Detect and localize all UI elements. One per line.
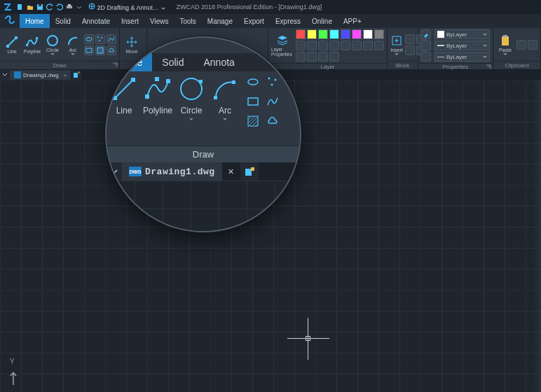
spline-icon[interactable] bbox=[265, 94, 280, 109]
chevron-down-icon[interactable] bbox=[189, 118, 193, 120]
new-icon[interactable] bbox=[17, 4, 24, 10]
paste-button[interactable]: Paste bbox=[496, 34, 514, 55]
menu-manage[interactable]: Manage bbox=[202, 14, 238, 28]
menu-home[interactable]: Home bbox=[20, 14, 50, 28]
spline-icon[interactable] bbox=[107, 34, 116, 44]
panel-block: Insert Block bbox=[388, 28, 418, 69]
workspace-selector[interactable]: 2D Drafting & Annot… bbox=[88, 3, 165, 11]
chevron-down-icon[interactable] bbox=[223, 118, 227, 120]
insert-block-button[interactable]: Insert bbox=[390, 34, 403, 55]
points-icon[interactable] bbox=[265, 74, 280, 90]
menu-annotate[interactable]: Annotate bbox=[76, 14, 116, 28]
menu-solid[interactable]: Solid bbox=[50, 14, 76, 28]
layer-misc2-icon[interactable] bbox=[307, 52, 317, 62]
block-create-icon[interactable] bbox=[405, 34, 415, 44]
save-icon[interactable] bbox=[36, 4, 43, 10]
expand-icon[interactable] bbox=[486, 64, 491, 70]
layer-match-icon[interactable] bbox=[341, 41, 350, 50]
color-combo[interactable]: ByLayer bbox=[434, 29, 490, 39]
layer-misc4-icon[interactable] bbox=[329, 52, 339, 62]
new-tab-button[interactable] bbox=[240, 162, 259, 181]
menu-insert[interactable]: Insert bbox=[116, 14, 144, 28]
ellipse-icon[interactable] bbox=[84, 34, 94, 44]
dwg-icon bbox=[14, 71, 21, 78]
layer-lock-icon[interactable] bbox=[318, 41, 328, 50]
svg-rect-21 bbox=[74, 73, 78, 78]
tool-line-label: Line bbox=[7, 49, 16, 54]
layer-misc3-icon[interactable] bbox=[318, 52, 328, 62]
layer-swatch[interactable] bbox=[318, 29, 328, 39]
tool-move[interactable]: Move bbox=[123, 36, 141, 54]
mag-doc-label: Drawing1.dwg bbox=[145, 167, 215, 177]
layer-freeze-icon[interactable] bbox=[307, 41, 317, 50]
lineweight-combo[interactable]: ByLayer bbox=[434, 41, 490, 50]
menu-express[interactable]: Express bbox=[270, 14, 306, 28]
right-edge bbox=[534, 80, 541, 392]
svg-rect-3 bbox=[67, 6, 72, 8]
mag-tab-solid[interactable]: Solid bbox=[152, 53, 193, 71]
tool-polyline[interactable]: Polyline bbox=[23, 36, 41, 54]
rectangle-icon[interactable] bbox=[245, 94, 261, 109]
layer-swatch[interactable] bbox=[374, 29, 384, 39]
linetype-combo[interactable]: ByLayer bbox=[434, 52, 490, 62]
menu-tools[interactable]: Tools bbox=[174, 14, 202, 28]
mag-tool-arc[interactable]: Arc bbox=[210, 74, 240, 120]
layer-swatch[interactable] bbox=[296, 29, 306, 39]
close-tab-icon[interactable]: × bbox=[222, 162, 240, 181]
mag-tool-circle[interactable]: Circle bbox=[177, 74, 206, 120]
svg-point-35 bbox=[271, 84, 273, 86]
qat-more-icon[interactable] bbox=[76, 4, 83, 10]
tool-arc[interactable]: Arc bbox=[64, 34, 82, 55]
layer-swatch[interactable] bbox=[341, 29, 350, 39]
layer-misc1-icon[interactable] bbox=[296, 52, 306, 62]
cloud-icon[interactable] bbox=[107, 46, 116, 55]
layer-state-icon[interactable] bbox=[363, 41, 373, 50]
open-icon[interactable] bbox=[27, 4, 34, 10]
cloud-icon[interactable] bbox=[265, 113, 280, 129]
cut-icon[interactable] bbox=[516, 40, 526, 50]
svg-point-34 bbox=[275, 79, 277, 81]
hatch-icon[interactable] bbox=[245, 113, 261, 129]
tool-line[interactable]: Line bbox=[3, 36, 21, 54]
svg-point-11 bbox=[48, 36, 57, 46]
layer-swatch[interactable] bbox=[363, 29, 373, 39]
redo-icon[interactable] bbox=[56, 4, 63, 10]
hatch-icon[interactable] bbox=[95, 46, 105, 55]
match-prop-icon[interactable] bbox=[421, 29, 431, 39]
points-icon[interactable] bbox=[95, 34, 105, 44]
prop-linetype-icon[interactable] bbox=[421, 41, 431, 50]
tool-circle[interactable]: Circle bbox=[43, 34, 62, 55]
ellipse-icon[interactable] bbox=[245, 74, 261, 90]
menu-views[interactable]: Views bbox=[144, 14, 174, 28]
layer-prev-icon[interactable] bbox=[352, 41, 362, 50]
new-tab-button[interactable] bbox=[71, 70, 81, 80]
layer-swatch[interactable] bbox=[307, 29, 317, 39]
block-attr-icon[interactable] bbox=[405, 46, 415, 55]
menu-app[interactable]: APP+ bbox=[338, 14, 367, 28]
mag-tab-annotate[interactable]: Annota bbox=[194, 53, 245, 71]
print-icon[interactable] bbox=[66, 4, 73, 10]
tab-list-button[interactable] bbox=[0, 70, 10, 80]
app-menu-button[interactable] bbox=[3, 1, 14, 13]
mag-ribbon: Line Polyline Circle Arc bbox=[107, 71, 300, 146]
layer-iso-icon[interactable] bbox=[296, 41, 306, 50]
layer-walk-icon[interactable] bbox=[374, 41, 384, 50]
close-tab-icon[interactable]: × bbox=[64, 72, 67, 78]
layer-swatch[interactable] bbox=[352, 29, 362, 39]
mag-document-tab[interactable]: DWG Drawing1.dwg bbox=[122, 162, 222, 181]
undo-icon[interactable] bbox=[46, 4, 53, 10]
document-tab[interactable]: Drawing1.dwg × bbox=[10, 70, 71, 80]
copy-icon[interactable] bbox=[528, 40, 537, 50]
svg-rect-30 bbox=[214, 96, 217, 99]
app-logo[interactable] bbox=[0, 14, 20, 28]
layer-swatch[interactable] bbox=[329, 29, 339, 39]
layer-properties-button[interactable]: Layer Properties bbox=[271, 34, 294, 57]
menu-online[interactable]: Online bbox=[306, 14, 338, 28]
menu-export[interactable]: Export bbox=[238, 14, 270, 28]
mag-tool-polyline[interactable]: Polyline bbox=[143, 74, 172, 115]
expand-icon[interactable] bbox=[112, 62, 118, 68]
rectangle-icon[interactable] bbox=[84, 46, 94, 55]
move-icon bbox=[125, 36, 138, 48]
layer-off-icon[interactable] bbox=[329, 41, 339, 50]
prop-list-icon[interactable] bbox=[421, 52, 431, 62]
